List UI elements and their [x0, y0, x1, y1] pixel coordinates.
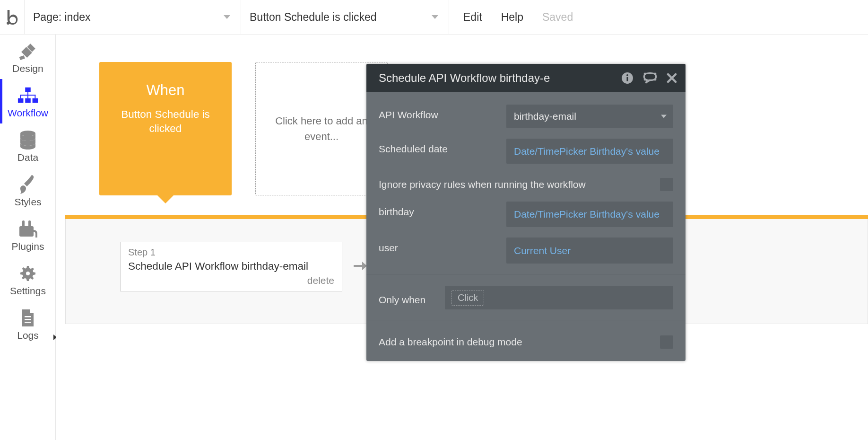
svg-rect-15 — [25, 316, 31, 317]
prop-label-api-workflow: API Workflow — [379, 105, 506, 121]
sidebar-item-settings[interactable]: Settings — [0, 257, 56, 301]
svg-point-0 — [7, 22, 9, 25]
chevron-down-icon — [224, 15, 230, 19]
element-dropdown[interactable]: Button Schedule is clicked — [241, 0, 449, 34]
svg-rect-19 — [626, 77, 628, 81]
sidebar-item-data[interactable]: Data — [0, 123, 56, 168]
scheduled-date-value: Date/TimePicker Birthday's value — [514, 146, 660, 157]
info-icon[interactable] — [621, 72, 634, 84]
svg-point-11 — [20, 131, 35, 136]
step-card[interactable]: Step 1 Schedule API Workflow birthday-em… — [120, 242, 342, 291]
sidebar-item-label: Design — [0, 63, 56, 74]
top-bar: Page: index Button Schedule is clicked E… — [0, 0, 868, 35]
plugin-icon — [0, 219, 56, 239]
event-card-desc: Button Schedule is clicked — [99, 107, 232, 136]
step-delete-link[interactable]: delete — [128, 275, 334, 286]
only-when-chip: Click — [451, 290, 484, 306]
api-workflow-select[interactable]: birthday-email — [506, 105, 673, 128]
prop-label-ignore-privacy: Ignore privacy rules when running the wo… — [379, 174, 660, 190]
svg-rect-5 — [33, 98, 38, 103]
user-expression[interactable]: Current User — [506, 238, 673, 264]
api-workflow-value: birthday-email — [514, 111, 576, 122]
property-panel[interactable]: Schedule API Workflow birthday-e API Wor… — [366, 64, 686, 361]
svg-rect-1 — [19, 55, 25, 60]
svg-point-20 — [626, 74, 628, 76]
page-dropdown-label: Page: index — [33, 11, 90, 24]
svg-point-21 — [644, 73, 656, 80]
comment-icon[interactable] — [643, 72, 657, 84]
event-card[interactable]: When Button Schedule is clicked — [99, 62, 232, 195]
svg-rect-17 — [25, 322, 31, 323]
sidebar-item-label: Plugins — [0, 241, 56, 252]
prop-label-scheduled-date: Scheduled date — [379, 139, 506, 155]
bubble-logo-icon — [6, 10, 19, 25]
prop-label-user: user — [379, 238, 506, 254]
step-number: Step 1 — [128, 247, 334, 258]
user-value: Current User — [514, 245, 571, 256]
sidebar-item-logs[interactable]: Logs — [0, 301, 56, 346]
close-icon[interactable] — [667, 73, 677, 83]
saved-status: Saved — [542, 11, 573, 24]
database-icon — [0, 130, 56, 150]
page-dropdown[interactable]: Page: index — [25, 0, 241, 34]
sidebar-item-workflow[interactable]: Workflow — [0, 79, 56, 123]
svg-rect-2 — [25, 88, 31, 92]
scheduled-date-expression[interactable]: Date/TimePicker Birthday's value — [506, 139, 673, 164]
svg-rect-4 — [25, 98, 31, 103]
element-dropdown-label: Button Schedule is clicked — [250, 11, 377, 24]
svg-rect-8 — [20, 95, 21, 98]
sidebar-item-styles[interactable]: Styles — [0, 168, 56, 212]
gear-icon — [0, 264, 56, 283]
event-card-title: When — [99, 82, 232, 99]
svg-rect-13 — [22, 220, 25, 227]
sidebar-item-design[interactable]: Design — [0, 35, 56, 79]
sidebar-item-plugins[interactable]: Plugins — [0, 212, 56, 257]
workflow-icon — [0, 86, 56, 106]
chevron-down-icon — [661, 115, 667, 118]
top-menu: Edit Help Saved — [449, 0, 573, 34]
prop-label-birthday: birthday — [379, 202, 506, 218]
chevron-down-icon — [432, 15, 438, 19]
divider — [366, 274, 686, 274]
design-icon — [0, 41, 56, 61]
property-panel-header[interactable]: Schedule API Workflow birthday-e — [366, 64, 686, 92]
brush-icon — [0, 175, 56, 194]
prop-label-only-when: Only when — [379, 290, 445, 306]
property-panel-title: Schedule API Workflow birthday-e — [379, 71, 621, 85]
breakpoint-checkbox[interactable] — [660, 335, 673, 349]
arrow-right-icon — [354, 260, 367, 273]
sidebar-item-label: Workflow — [0, 107, 56, 119]
menu-edit[interactable]: Edit — [463, 11, 482, 24]
svg-rect-3 — [18, 98, 24, 103]
svg-rect-12 — [19, 226, 34, 237]
birthday-value: Date/TimePicker Birthday's value — [514, 209, 660, 220]
birthday-expression[interactable]: Date/TimePicker Birthday's value — [506, 202, 673, 227]
sidebar-item-label: Logs — [0, 330, 56, 341]
svg-rect-10 — [35, 95, 35, 98]
app-logo[interactable] — [0, 0, 25, 35]
step-title: Schedule API Workflow birthday-email — [128, 259, 334, 273]
sidebar-item-label: Data — [0, 152, 56, 163]
document-icon — [0, 308, 56, 328]
divider — [366, 320, 686, 320]
left-sidebar: Design Workflow Data Styles Plugins Sett… — [0, 35, 56, 440]
only-when-expression[interactable]: Click — [445, 286, 673, 309]
svg-rect-14 — [28, 220, 31, 227]
svg-rect-9 — [27, 95, 28, 98]
menu-help[interactable]: Help — [501, 11, 523, 24]
sidebar-item-label: Styles — [0, 196, 56, 208]
prop-label-breakpoint: Add a breakpoint in debug mode — [379, 332, 660, 348]
svg-rect-16 — [25, 319, 31, 320]
sidebar-item-label: Settings — [0, 285, 56, 297]
ignore-privacy-checkbox[interactable] — [660, 178, 673, 191]
